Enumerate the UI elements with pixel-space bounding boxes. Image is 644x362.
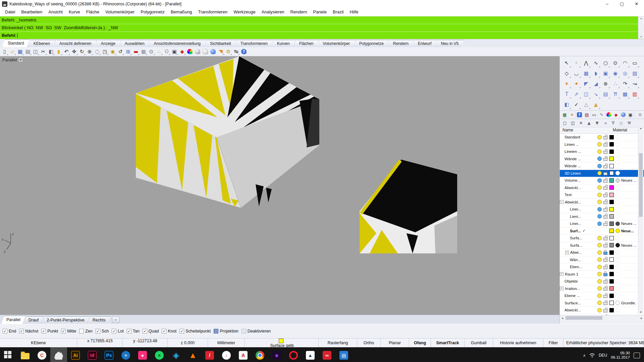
lock-icon[interactable] — [603, 151, 607, 154]
polyline-icon[interactable]: ⋀ — [581, 58, 591, 68]
status-field[interactable]: z 0.000 — [168, 339, 208, 347]
layer-row[interactable]: + Abwi... ✓ — [560, 249, 644, 256]
acrobat-icon[interactable]: A — [235, 347, 252, 362]
status-field[interactable]: Millimeter — [208, 339, 245, 347]
surface-icon[interactable]: ◗ — [591, 68, 601, 78]
minimize-button[interactable]: – — [600, 0, 614, 8]
visibility-bulb-icon[interactable] — [597, 250, 602, 255]
patch-icon[interactable]: ▨ — [630, 68, 640, 78]
layer-color-swatch[interactable] — [609, 279, 614, 284]
layer-row[interactable]: Linien ... ✓ — [560, 141, 644, 148]
menu-item[interactable]: Datei — [2, 8, 18, 16]
lock-icon[interactable] — [603, 180, 607, 183]
color-wheel-panel-icon[interactable]: ● — [606, 112, 611, 117]
material-circle-icon[interactable] — [615, 164, 620, 168]
layer-color-swatch[interactable] — [609, 200, 614, 204]
lock-icon[interactable] — [603, 187, 607, 190]
visibility-bulb-icon[interactable] — [597, 308, 602, 312]
material-panel-icon[interactable]: ● — [621, 112, 626, 117]
status-field[interactable]: x 717855.415 — [77, 339, 122, 347]
viewport-layout-icon[interactable]: ⊞ — [125, 48, 131, 55]
toolbar-tab[interactable]: Sichtbarkeit — [204, 40, 237, 47]
status-field[interactable]: Surface gelb — [245, 339, 319, 347]
lock-icon[interactable] — [603, 259, 607, 262]
settings-gears-icon[interactable]: ⚙ — [225, 48, 232, 55]
toolbar-tab[interactable]: Polygonnetze — [354, 40, 389, 47]
toolbar-tab[interactable]: Anzeige — [95, 40, 121, 47]
surface-grid-icon[interactable]: ▦ — [581, 68, 591, 78]
menu-item[interactable]: Analysieren — [259, 8, 287, 16]
visibility-bulb-icon[interactable] — [597, 164, 602, 168]
lock-icon[interactable] — [603, 223, 607, 226]
material-circle-icon[interactable] — [615, 185, 620, 190]
visibility-bulb-icon[interactable] — [597, 185, 602, 190]
lamp-icon[interactable]: ʘ — [163, 48, 170, 55]
visibility-bulb-icon[interactable] — [597, 214, 602, 219]
visibility-bulb-icon[interactable] — [597, 272, 602, 276]
toolbar-tab[interactable]: Entwurf — [412, 40, 437, 47]
illustrator-icon[interactable]: Ai — [67, 347, 84, 362]
blend-icon[interactable]: ↝ — [630, 78, 640, 89]
material-circle-icon[interactable] — [615, 178, 620, 183]
split-edge-icon[interactable]: ◧ — [562, 99, 572, 110]
checkbox[interactable] — [41, 329, 46, 334]
osnap-toggle[interactable]: Scheitelpunkt — [179, 329, 211, 334]
layer-color-swatch[interactable] — [609, 301, 614, 305]
open-file-icon[interactable]: ▱ — [9, 48, 16, 55]
layer-row[interactable]: Wän... ✓ — [560, 256, 644, 264]
save-icon[interactable]: ▦ — [17, 48, 23, 55]
toolbar-tab[interactable]: Ansicht definieren — [54, 40, 97, 47]
toolbar-tab[interactable]: Auswählen — [119, 40, 150, 47]
expand-toggle-icon[interactable]: − — [560, 200, 564, 204]
menu-item[interactable]: Ansicht — [45, 8, 66, 16]
visibility-bulb-icon[interactable] — [597, 301, 602, 305]
menu-item[interactable]: Fläche — [83, 8, 102, 16]
name-column-header[interactable]: Name — [562, 128, 573, 132]
checkbox[interactable] — [143, 329, 147, 334]
menu-item[interactable]: Panele — [310, 8, 329, 16]
checkbox[interactable] — [179, 329, 184, 334]
material-circle-icon[interactable] — [615, 243, 620, 247]
layer-row[interactable]: Objekte ✓ — [560, 278, 644, 285]
visibility-bulb-icon[interactable] — [597, 286, 602, 291]
layer-color-swatch[interactable] — [609, 236, 614, 240]
layer-color-swatch[interactable] — [609, 149, 614, 154]
lock-icon[interactable] — [603, 143, 607, 146]
layer-color-swatch[interactable] — [609, 171, 614, 175]
snapshot-panel-icon[interactable]: ▣ — [627, 112, 634, 118]
layer-row[interactable]: Abwickl... ✓ — [560, 184, 644, 192]
layer-row[interactable]: Linei... ✓ Neues ... — [560, 220, 644, 228]
checkbox[interactable] — [61, 329, 66, 334]
lock-icon[interactable] — [603, 201, 607, 204]
point-icon[interactable]: ◦ — [572, 58, 581, 68]
scroll-down-icon[interactable]: ▾ — [640, 310, 642, 314]
paste-icon[interactable]: ▮ — [55, 48, 62, 55]
lock-icon[interactable] — [603, 295, 607, 298]
layer-color-swatch[interactable] — [609, 193, 614, 197]
viewport-tab[interactable]: Rechts — [88, 316, 111, 324]
material-circle-icon[interactable] — [615, 214, 620, 219]
indesign-icon[interactable]: Id — [84, 347, 101, 362]
explode-icon[interactable]: ✶ — [562, 78, 572, 89]
pink-app-icon[interactable]: ● — [134, 347, 151, 362]
layer-row[interactable]: Surf... ✓ Neue... — [560, 228, 644, 235]
layer-color-swatch[interactable] — [609, 222, 614, 226]
red-app-icon[interactable]: / — [201, 347, 218, 362]
help-icon[interactable]: ? — [241, 49, 247, 54]
spotlight-icon[interactable]: ◥ — [217, 48, 224, 55]
lock-icon[interactable] — [603, 309, 607, 312]
point-cloud-icon[interactable]: ∴ — [610, 78, 620, 89]
delete-layer-icon[interactable]: ✕ — [577, 120, 585, 126]
visibility-bulb-icon[interactable] — [597, 142, 602, 146]
toolbar-tab[interactable]: Volumenkörper — [317, 40, 356, 47]
new-layer-icon[interactable]: ▢ — [561, 120, 569, 126]
pointer-icon[interactable]: ↖ — [562, 58, 572, 68]
material-circle-icon[interactable] — [615, 301, 620, 305]
lock-icon[interactable] — [603, 194, 607, 197]
status-field[interactable]: SmartTrack — [431, 339, 465, 347]
visibility-bulb-icon[interactable] — [597, 157, 602, 161]
layer-color-swatch[interactable] — [609, 265, 614, 269]
scrollbar-thumb[interactable] — [639, 153, 643, 217]
material-circle-icon[interactable] — [615, 272, 620, 276]
toolbar-tab[interactable]: Neu in V5 — [435, 40, 465, 47]
